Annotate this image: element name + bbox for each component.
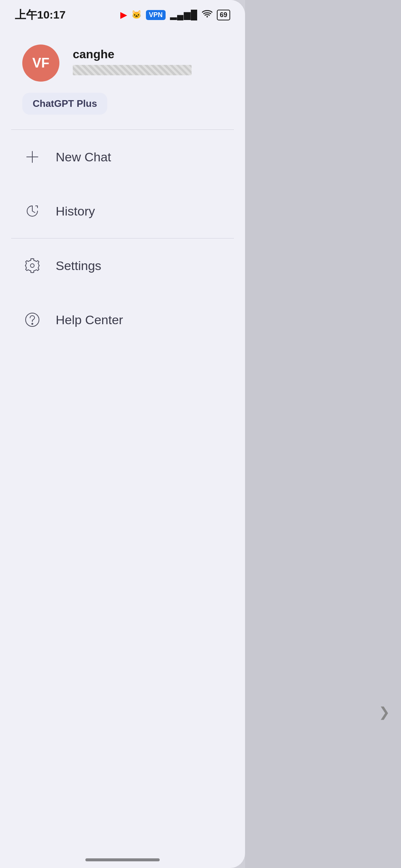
new-chat-icon	[22, 147, 42, 167]
help-center-item[interactable]: Help Center	[7, 293, 238, 347]
svg-point-0	[206, 16, 208, 17]
status-bar: 上午10:17 ▶ 🐱 VPN ▂▄▆█ 69	[0, 0, 245, 30]
user-email	[73, 65, 192, 75]
right-panel: ❯	[245, 0, 401, 868]
new-chat-item[interactable]: New Chat	[7, 130, 238, 184]
svg-point-7	[32, 323, 33, 325]
status-time: 上午10:17	[15, 7, 66, 23]
help-icon	[22, 310, 42, 330]
signal-icon: ▂▄▆█	[170, 10, 198, 20]
history-item[interactable]: History	[7, 184, 238, 238]
avatar[interactable]: VF	[22, 45, 59, 82]
battery-badge: 69	[217, 10, 230, 20]
settings-icon	[22, 256, 42, 276]
history-label: History	[56, 204, 95, 218]
new-chat-label: New Chat	[56, 150, 111, 164]
vpn-badge: VPN	[146, 10, 166, 20]
chatgpt-plus-badge[interactable]: ChatGPT Plus	[22, 93, 107, 115]
right-background	[245, 0, 401, 868]
settings-label: Settings	[56, 259, 101, 273]
settings-item[interactable]: Settings	[7, 239, 238, 293]
user-info: canghe	[73, 45, 192, 75]
chevron-right-icon[interactable]: ❯	[375, 697, 394, 727]
help-center-label: Help Center	[56, 313, 123, 327]
username: canghe	[73, 47, 192, 61]
wifi-icon	[202, 10, 212, 20]
plus-badge-container: ChatGPT Plus	[0, 93, 245, 129]
headphone-icon[interactable]	[238, 33, 245, 59]
youtube-icon: ▶	[120, 10, 127, 20]
history-icon	[22, 201, 42, 221]
profile-section: VF canghe	[0, 30, 245, 93]
drawer-screen: 上午10:17 ▶ 🐱 VPN ▂▄▆█ 69	[0, 0, 245, 868]
status-icons: ▶ 🐱 VPN ▂▄▆█ 69	[120, 10, 230, 20]
notification-icon: 🐱	[131, 10, 141, 20]
svg-point-5	[30, 264, 34, 267]
menu-section: New Chat History	[0, 130, 245, 238]
home-indicator	[85, 858, 160, 861]
menu-section-2: Settings Help Center	[0, 239, 245, 347]
